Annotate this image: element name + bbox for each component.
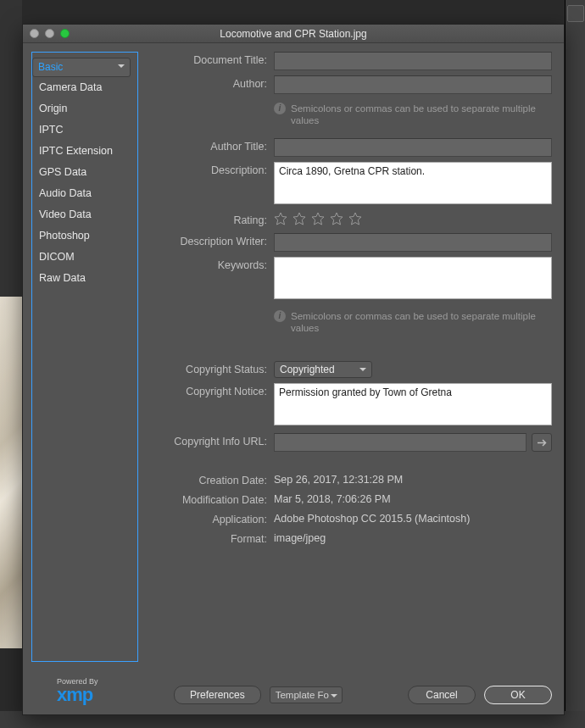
label-author-title: Author Title:: [138, 138, 274, 153]
sidebar-tab-iptc-extension[interactable]: IPTC Extension: [32, 141, 137, 162]
label-application: Application:: [138, 511, 274, 525]
sidebar-tab-camera-data[interactable]: Camera Data: [32, 77, 137, 98]
minimize-icon[interactable]: [45, 29, 54, 38]
preferences-button[interactable]: Preferences: [174, 686, 261, 704]
canvas-image: [0, 297, 22, 648]
sidebar-tab-video-data[interactable]: Video Data: [32, 204, 137, 225]
copyright-notice-input[interactable]: [274, 383, 552, 425]
go-to-url-button[interactable]: [532, 433, 552, 452]
arrow-right-icon: [537, 438, 548, 447]
format-value: image/jpeg: [274, 531, 552, 544]
label-rating: Rating:: [138, 212, 274, 226]
sidebar-tab-dicom[interactable]: DICOM: [32, 247, 137, 268]
label-description-writer: Description Writer:: [138, 233, 274, 247]
hint-author: Semicolons or commas can be used to sepa…: [291, 103, 552, 126]
sidebar-tab-photoshop[interactable]: Photoshop: [32, 225, 137, 247]
sidebar-tab-iptc[interactable]: IPTC: [32, 119, 137, 141]
label-format: Format:: [138, 531, 274, 545]
star-icon[interactable]: [348, 212, 362, 228]
star-icon[interactable]: [311, 212, 325, 228]
info-icon: i: [274, 103, 286, 114]
template-select[interactable]: Template Fo: [270, 686, 343, 703]
label-copyright-url: Copyright Info URL:: [138, 433, 274, 447]
label-creation-date: Creation Date:: [138, 472, 274, 486]
metadata-form: Document Title: Author: i Semicolons or …: [138, 43, 564, 677]
zoom-icon[interactable]: [60, 29, 70, 38]
right-dock: [565, 0, 585, 728]
window-title: Locomotive and CPR Station.jpg: [23, 28, 564, 40]
label-description: Description:: [138, 162, 274, 176]
star-icon[interactable]: [274, 212, 287, 228]
panel-icon[interactable]: [567, 5, 584, 22]
titlebar: Locomotive and CPR Station.jpg: [23, 25, 564, 43]
author-title-input[interactable]: [274, 138, 552, 157]
star-icon[interactable]: [292, 212, 306, 228]
author-input[interactable]: [274, 75, 552, 94]
label-document-title: Document Title:: [138, 52, 274, 66]
application-value: Adobe Photoshop CC 2015.5 (Macintosh): [274, 511, 552, 525]
sidebar-tab-audio-data[interactable]: Audio Data: [32, 183, 137, 204]
star-icon[interactable]: [330, 212, 343, 228]
close-icon[interactable]: [30, 29, 39, 38]
xmp-branding: Powered By xmp: [57, 677, 98, 706]
dialog-footer: Powered By xmp Preferences Template Fo C…: [23, 675, 564, 714]
label-keywords: Keywords:: [138, 257, 274, 271]
copyright-status-select[interactable]: Copyrighted: [274, 361, 372, 378]
ok-button[interactable]: OK: [484, 686, 552, 704]
hint-keywords: Semicolons or commas can be used to sepa…: [291, 310, 552, 334]
description-input[interactable]: [274, 162, 552, 204]
label-copyright-notice: Copyright Notice:: [138, 383, 274, 397]
copyright-url-input[interactable]: [274, 433, 526, 452]
modification-date-value: Mar 5, 2018, 7:06:26 PM: [274, 492, 552, 505]
info-icon: i: [274, 310, 286, 322]
keywords-input[interactable]: [274, 257, 552, 299]
sidebar-tab-raw-data[interactable]: Raw Data: [32, 268, 137, 289]
label-copyright-status: Copyright Status:: [138, 361, 274, 375]
sidebar-tab-basic[interactable]: Basic: [32, 58, 131, 77]
sidebar-tab-origin[interactable]: Origin: [32, 98, 137, 119]
file-info-dialog: Locomotive and CPR Station.jpg BasicCame…: [22, 24, 565, 715]
rating-stars[interactable]: [274, 212, 552, 228]
sidebar-tab-gps-data[interactable]: GPS Data: [32, 162, 137, 183]
xmp-logo: xmp: [57, 684, 92, 705]
description-writer-input[interactable]: [274, 233, 552, 252]
document-title-input[interactable]: [274, 52, 552, 70]
label-author: Author:: [138, 75, 274, 90]
category-sidebar: BasicCamera DataOriginIPTCIPTC Extension…: [31, 52, 138, 662]
label-modification-date: Modification Date:: [138, 492, 274, 506]
cancel-button[interactable]: Cancel: [408, 686, 476, 704]
creation-date-value: Sep 26, 2017, 12:31:28 PM: [274, 472, 552, 486]
